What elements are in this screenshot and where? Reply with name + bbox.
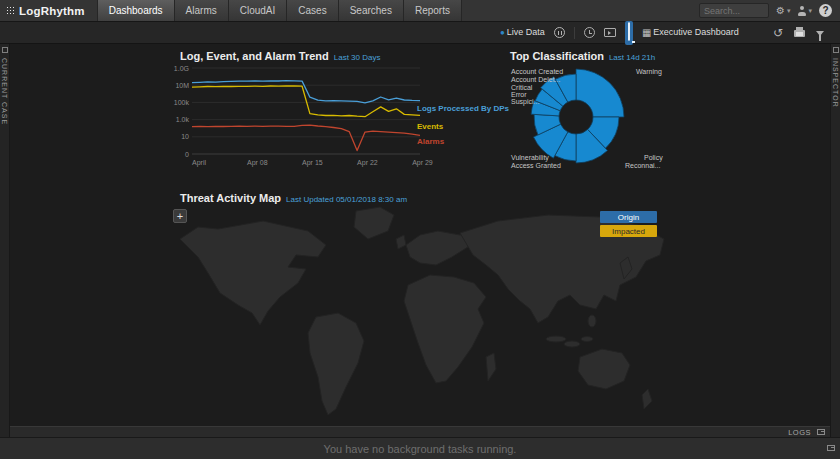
legend-impacted-button[interactable]: Impacted bbox=[600, 225, 657, 237]
dashboard-selector[interactable]: ▦ Executive Dashboard bbox=[642, 28, 739, 38]
series-label-events: Events bbox=[417, 122, 443, 131]
current-case-panel-strip[interactable]: CURRENT CASE bbox=[0, 44, 10, 437]
map-title-text: Threat Activity Map bbox=[180, 192, 281, 204]
callout-error: Error bbox=[511, 91, 527, 98]
monitor-view-button[interactable] bbox=[625, 21, 633, 45]
svg-text:April: April bbox=[192, 159, 206, 167]
classification-widget-title: Top ClassificationLast 14d 21h bbox=[510, 50, 655, 62]
monitor-icon bbox=[628, 22, 630, 41]
series-label-alarms: Alarms bbox=[417, 137, 444, 146]
toolbar-right-group: ↺ bbox=[773, 22, 824, 43]
trend-title-text: Log, Event, and Alarm Trend bbox=[180, 50, 329, 62]
tab-cloudai[interactable]: CloudAI bbox=[229, 0, 288, 21]
logo-icon bbox=[6, 6, 15, 15]
top-nav-bar: LogRhythm Dashboards Alarms CloudAI Case… bbox=[0, 0, 840, 22]
tab-alarms[interactable]: Alarms bbox=[175, 0, 229, 21]
callout-reconnaissance: Reconnai... bbox=[625, 162, 660, 169]
filter-icon[interactable] bbox=[816, 31, 824, 36]
world-map[interactable] bbox=[168, 205, 668, 423]
app-logo: LogRhythm bbox=[0, 0, 97, 21]
dashboard-selector-label: Executive Dashboard bbox=[653, 28, 739, 37]
toolbar-divider bbox=[574, 27, 575, 39]
gear-icon: ⚙ bbox=[776, 6, 785, 16]
status-bar: You have no background tasks running. bbox=[0, 437, 840, 459]
callout-account-created: Account Created bbox=[511, 68, 563, 75]
classification-widget: Top ClassificationLast 14d 21h Account C… bbox=[505, 50, 675, 190]
trend-widget-title: Log, Event, and Alarm TrendLast 30 Days bbox=[180, 50, 380, 62]
tab-searches[interactable]: Searches bbox=[339, 0, 404, 21]
search-input[interactable] bbox=[699, 3, 769, 18]
nav-right-group: ⚙ ▾ ▾ ? bbox=[699, 0, 840, 21]
zoom-in-button[interactable]: + bbox=[173, 209, 187, 223]
user-menu-button[interactable]: ▾ bbox=[797, 6, 812, 16]
classification-title-text: Top Classification bbox=[510, 50, 604, 62]
tab-reports[interactable]: Reports bbox=[404, 0, 462, 21]
expand-case-panel-icon[interactable] bbox=[2, 47, 8, 53]
chevron-down-icon: ▾ bbox=[787, 7, 791, 14]
svg-text:10: 10 bbox=[181, 133, 189, 140]
svg-text:Apr 08: Apr 08 bbox=[247, 159, 268, 167]
live-data-toggle[interactable]: ● Live Data bbox=[500, 28, 545, 37]
classification-subtitle: Last 14d 21h bbox=[609, 53, 655, 62]
print-icon[interactable] bbox=[794, 30, 805, 37]
user-icon bbox=[797, 6, 806, 16]
svg-text:10M: 10M bbox=[175, 82, 189, 89]
dashboard-toolbar: ● Live Data ▦ Executive Dashboard ↺ bbox=[0, 22, 840, 44]
trend-line-chart[interactable]: 1.0G10M100k1.0k100AprilApr 08Apr 15Apr 2… bbox=[168, 63, 433, 175]
present-mode-button[interactable] bbox=[604, 28, 616, 37]
current-case-label: CURRENT CASE bbox=[1, 58, 8, 125]
callout-vulnerability: Vulnerability bbox=[511, 154, 549, 161]
logrhythm-dashboard: LogRhythm Dashboards Alarms CloudAI Case… bbox=[0, 0, 840, 459]
svg-text:Apr 29: Apr 29 bbox=[412, 159, 433, 167]
series-label-logs: Logs Processed By DPs bbox=[417, 104, 509, 113]
svg-text:0: 0 bbox=[185, 151, 189, 158]
undo-icon[interactable]: ↺ bbox=[773, 27, 783, 39]
logs-panel-bar[interactable]: LOGS bbox=[10, 426, 830, 437]
main-nav-tabs: Dashboards Alarms CloudAI Cases Searches… bbox=[97, 0, 462, 21]
grid-icon: ▦ bbox=[642, 28, 651, 38]
threat-activity-map-widget: Threat Activity MapLast Updated 05/01/20… bbox=[168, 192, 830, 425]
logo-text: LogRhythm bbox=[19, 5, 85, 17]
map-subtitle: Last Updated 05/01/2018 8:30 am bbox=[286, 195, 407, 204]
chevron-down-icon: ▾ bbox=[808, 7, 812, 14]
live-data-label: Live Data bbox=[507, 28, 545, 37]
callout-access-granted: Access Granted bbox=[511, 162, 561, 169]
search-options-button[interactable]: ⚙ ▾ bbox=[776, 6, 790, 16]
time-range-button[interactable] bbox=[584, 27, 595, 38]
toolbar-center-group: ● Live Data ▦ Executive Dashboard bbox=[500, 22, 739, 43]
legend-origin-button[interactable]: Origin bbox=[600, 211, 657, 223]
callout-warning: Warning bbox=[636, 68, 662, 75]
svg-text:100k: 100k bbox=[174, 99, 190, 106]
trend-subtitle: Last 30 Days bbox=[334, 53, 381, 62]
pause-button[interactable] bbox=[554, 27, 565, 38]
map-legend: Origin Impacted bbox=[600, 211, 657, 239]
svg-text:1.0k: 1.0k bbox=[176, 116, 190, 123]
logs-label: LOGS bbox=[788, 428, 811, 437]
tab-dashboards[interactable]: Dashboards bbox=[97, 0, 175, 21]
status-message: You have no background tasks running. bbox=[324, 443, 517, 455]
expand-inspector-panel-icon[interactable] bbox=[833, 47, 839, 53]
help-icon[interactable]: ? bbox=[819, 4, 832, 17]
callout-account-deleted: Account Delet... bbox=[511, 76, 560, 83]
tab-cases[interactable]: Cases bbox=[287, 0, 338, 21]
live-data-dot-icon: ● bbox=[500, 29, 505, 37]
callout-policy: Policy bbox=[644, 154, 663, 161]
svg-text:Apr 15: Apr 15 bbox=[302, 159, 323, 167]
svg-text:Apr 22: Apr 22 bbox=[357, 159, 378, 167]
inspector-panel-strip[interactable]: INSPECTOR bbox=[830, 44, 840, 437]
expand-window-icon[interactable] bbox=[827, 445, 835, 451]
expand-logs-icon[interactable] bbox=[817, 429, 825, 435]
callout-critical: Critical bbox=[511, 84, 532, 91]
callout-suspicious: Suspici... bbox=[511, 98, 539, 105]
inspector-label: INSPECTOR bbox=[832, 58, 839, 108]
map-widget-title: Threat Activity MapLast Updated 05/01/20… bbox=[180, 192, 407, 204]
svg-text:1.0G: 1.0G bbox=[174, 65, 189, 72]
trend-chart-widget: Log, Event, and Alarm TrendLast 30 Days … bbox=[168, 50, 498, 190]
